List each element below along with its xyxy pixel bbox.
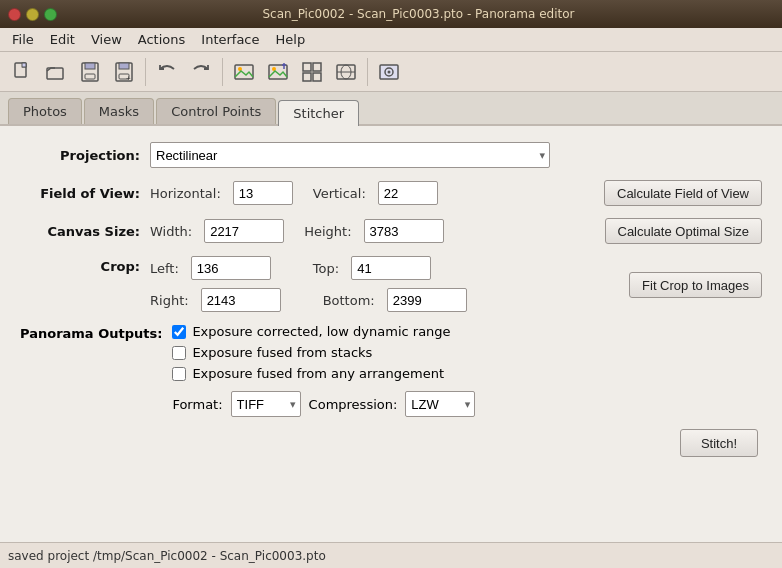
crop-bottom-label: Bottom:: [323, 293, 375, 308]
fov-vertical-label: Vertical:: [313, 186, 366, 201]
outputs-options: Exposure corrected, low dynamic range Ex…: [172, 324, 475, 417]
compression-label: Compression:: [309, 397, 398, 412]
svg-rect-10: [235, 65, 253, 79]
canvas-row: Canvas Size: Width: Height: Calculate Op…: [20, 218, 762, 244]
toolbar-save[interactable]: [74, 56, 106, 88]
svg-rect-1: [22, 63, 26, 67]
canvas-height-input[interactable]: [364, 219, 444, 243]
canvas-width-input[interactable]: [204, 219, 284, 243]
svg-rect-17: [313, 63, 321, 71]
tab-stitcher[interactable]: Stitcher: [278, 100, 359, 126]
toolbar-saveas[interactable]: +: [108, 56, 140, 88]
fov-horizontal-label: Horizontal:: [150, 186, 221, 201]
fov-vertical-group: Vertical:: [313, 181, 438, 205]
toolbar-redo[interactable]: [185, 56, 217, 88]
svg-rect-7: [119, 63, 129, 69]
outputs-label: Panorama Outputs:: [20, 324, 172, 417]
output-option-1: Exposure corrected, low dynamic range: [172, 324, 475, 339]
tab-control-points[interactable]: Control Points: [156, 98, 276, 124]
toolbar-new[interactable]: [6, 56, 38, 88]
toolbar-preview[interactable]: [373, 56, 405, 88]
svg-text:+: +: [126, 74, 131, 83]
toolbar-undo[interactable]: [151, 56, 183, 88]
tabs-bar: Photos Masks Control Points Stitcher: [0, 92, 782, 126]
minimize-button[interactable]: [26, 8, 39, 21]
crop-left-input[interactable]: [191, 256, 271, 280]
fov-row: Field of View: Horizontal: Vertical: Cal…: [20, 180, 762, 206]
calc-optimal-button[interactable]: Calculate Optimal Size: [605, 218, 763, 244]
output-checkbox-3[interactable]: [172, 367, 186, 381]
compression-select[interactable]: LZW None Deflate: [405, 391, 475, 417]
svg-rect-16: [303, 63, 311, 71]
canvas-label: Canvas Size:: [20, 224, 150, 239]
output-label-1: Exposure corrected, low dynamic range: [192, 324, 450, 339]
format-label: Format:: [172, 397, 222, 412]
tab-photos[interactable]: Photos: [8, 98, 82, 124]
svg-rect-5: [85, 74, 95, 79]
compression-select-wrapper: LZW None Deflate: [405, 391, 475, 417]
crop-right-label: Right:: [150, 293, 189, 308]
fit-crop-button[interactable]: Fit Crop to Images: [629, 272, 762, 298]
svg-rect-18: [303, 73, 311, 81]
status-bar: saved project /tmp/Scan_Pic0002 - Scan_P…: [0, 542, 782, 568]
stitch-area: Stitch!: [20, 429, 762, 457]
toolbar: +: [0, 52, 782, 92]
crop-left-label: Left:: [150, 261, 179, 276]
crop-row-top: Left: Top:: [150, 256, 467, 280]
crop-top-label: Top:: [313, 261, 339, 276]
output-label-2: Exposure fused from stacks: [192, 345, 372, 360]
menu-interface[interactable]: Interface: [193, 30, 267, 49]
svg-rect-19: [313, 73, 321, 81]
projection-select[interactable]: Rectilinear Cylindrical Equirectangular …: [150, 142, 550, 168]
output-label-3: Exposure fused from any arrangement: [192, 366, 444, 381]
crop-row-bottom: Right: Bottom:: [150, 288, 467, 312]
menu-view[interactable]: View: [83, 30, 130, 49]
fov-horizontal-group: Horizontal:: [150, 181, 293, 205]
stitch-button[interactable]: Stitch!: [680, 429, 758, 457]
outputs-section: Panorama Outputs: Exposure corrected, lo…: [20, 324, 762, 417]
svg-point-25: [388, 70, 391, 73]
tab-masks[interactable]: Masks: [84, 98, 154, 124]
crop-bottom-input[interactable]: [387, 288, 467, 312]
format-select[interactable]: TIFF JPEG PNG: [231, 391, 301, 417]
toolbar-img1[interactable]: [228, 56, 260, 88]
canvas-height-label: Height:: [304, 224, 351, 239]
menu-actions[interactable]: Actions: [130, 30, 194, 49]
crop-right-input[interactable]: [201, 288, 281, 312]
output-checkbox-1[interactable]: [172, 325, 186, 339]
projection-label: Projection:: [20, 148, 150, 163]
canvas-width-group: Width:: [150, 219, 284, 243]
menu-edit[interactable]: Edit: [42, 30, 83, 49]
window-title: Scan_Pic0002 - Scan_Pic0003.pto - Panora…: [63, 7, 774, 21]
toolbar-grid[interactable]: [296, 56, 328, 88]
toolbar-panorama[interactable]: [330, 56, 362, 88]
format-select-wrapper: TIFF JPEG PNG: [231, 391, 301, 417]
crop-label: Crop:: [20, 256, 150, 274]
output-checkbox-2[interactable]: [172, 346, 186, 360]
output-option-3: Exposure fused from any arrangement: [172, 366, 475, 381]
toolbar-open[interactable]: [40, 56, 72, 88]
format-row: Format: TIFF JPEG PNG Compression: LZW N…: [172, 391, 475, 417]
fov-vertical-input[interactable]: [378, 181, 438, 205]
window-controls[interactable]: [8, 8, 57, 21]
crop-top-input[interactable]: [351, 256, 431, 280]
status-text: saved project /tmp/Scan_Pic0002 - Scan_P…: [8, 549, 326, 563]
fov-label: Field of View:: [20, 186, 150, 201]
projection-select-wrapper: Rectilinear Cylindrical Equirectangular …: [150, 142, 550, 168]
calc-fov-button[interactable]: Calculate Field of View: [604, 180, 762, 206]
close-button[interactable]: [8, 8, 21, 21]
menu-help[interactable]: Help: [268, 30, 314, 49]
projection-row: Projection: Rectilinear Cylindrical Equi…: [20, 142, 762, 168]
toolbar-img2[interactable]: [262, 56, 294, 88]
crop-fields: Left: Top: Right: Bottom:: [150, 256, 467, 312]
fov-horizontal-input[interactable]: [233, 181, 293, 205]
output-option-2: Exposure fused from stacks: [172, 345, 475, 360]
maximize-button[interactable]: [44, 8, 57, 21]
title-bar: Scan_Pic0002 - Scan_Pic0003.pto - Panora…: [0, 0, 782, 28]
main-content: Projection: Rectilinear Cylindrical Equi…: [0, 126, 782, 481]
toolbar-sep1: [145, 58, 146, 86]
toolbar-sep3: [367, 58, 368, 86]
svg-rect-4: [85, 63, 95, 69]
menu-bar: File Edit View Actions Interface Help: [0, 28, 782, 52]
menu-file[interactable]: File: [4, 30, 42, 49]
